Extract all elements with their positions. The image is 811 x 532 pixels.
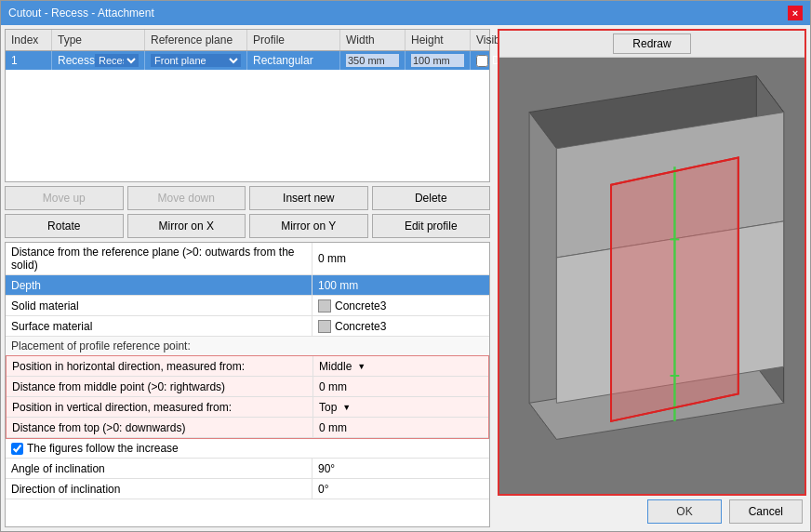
prop-value-inclination-angle[interactable]: 90° <box>312 459 489 478</box>
svg-marker-1 <box>529 113 556 440</box>
prop-label-surface-material: Surface material <box>6 316 312 336</box>
cell-index: 1 <box>6 51 52 70</box>
prop-value-middle-dist[interactable]: 0 mm <box>313 377 488 396</box>
prop-label-ref-plane-dist: Distance from the reference plane (>0: o… <box>6 243 312 274</box>
window-title: Cutout - Recess - Attachment <box>8 7 154 20</box>
prop-row-inclination-dir: Direction of inclination 0° <box>6 479 489 499</box>
title-bar: Cutout - Recess - Attachment × <box>1 1 810 25</box>
main-content: Index Type Reference plane Profile Width… <box>1 25 810 531</box>
mirror-x-button[interactable]: Mirror on X <box>127 214 246 238</box>
prop-row-inclination-angle: Angle of inclination 90° <box>6 459 489 479</box>
prop-value-inclination-dir[interactable]: 0° <box>312 479 489 499</box>
delete-button[interactable]: Delete <box>372 186 491 210</box>
prop-row-ref-plane-dist: Distance from the reference plane (>0: o… <box>6 243 489 275</box>
prop-label-solid-material: Solid material <box>6 296 312 315</box>
prop-value-ref-plane-dist[interactable]: 0 mm <box>312 243 489 274</box>
prop-value-depth[interactable]: 100 mm <box>312 275 489 295</box>
move-down-button[interactable]: Move down <box>127 186 246 210</box>
table-empty-area <box>6 70 489 181</box>
prop-row-depth[interactable]: Depth 100 mm <box>6 275 489 296</box>
cell-profile: Rectangular <box>247 51 340 70</box>
refplane-select[interactable]: Front plane <box>151 54 241 67</box>
ok-button[interactable]: OK <box>647 499 721 524</box>
prop-label-inclination-dir: Direction of inclination <box>6 479 312 499</box>
table-header: Index Type Reference plane Profile Width… <box>6 30 489 51</box>
type-select[interactable]: Recess <box>95 54 139 67</box>
prop-row-surface-material: Surface material Concrete3 <box>6 316 489 337</box>
height-input[interactable] <box>411 54 464 67</box>
redraw-button[interactable]: Redraw <box>613 33 690 54</box>
prop-row-middle-dist: Distance from middle point (>0: rightwar… <box>7 377 488 397</box>
redraw-canvas <box>499 58 804 494</box>
left-panel: Index Type Reference plane Profile Width… <box>1 25 494 531</box>
prop-row-top-dist: Distance from top (>0: downwards) 0 mm <box>7 418 488 438</box>
button-row-1: Move up Move down Insert new Delete <box>5 186 490 210</box>
cell-width[interactable] <box>340 51 406 70</box>
bottom-row: OK Cancel <box>498 496 806 527</box>
redraw-header-bar: Redraw <box>499 31 804 58</box>
button-row-2: Rotate Mirror on X Mirror on Y Edit prof… <box>5 214 490 238</box>
cell-refplane[interactable]: Front plane <box>145 51 247 70</box>
insert-new-button[interactable]: Insert new <box>249 186 368 210</box>
vert-dropdown-arrow: ▼ <box>342 403 351 412</box>
prop-label-top-dist: Distance from top (>0: downwards) <box>7 418 313 437</box>
prop-value-solid-material[interactable]: Concrete3 <box>312 296 489 315</box>
prop-row-horiz-direction: Position in horizontal direction, measur… <box>7 356 488 377</box>
prop-row-vert-direction: Position in vertical direction, measured… <box>7 397 488 418</box>
prop-section-header: Placement of profile reference point: <box>6 337 489 355</box>
table-row[interactable]: 1 Recess Recess Front plane Rectangular <box>6 51 489 70</box>
close-button[interactable]: × <box>788 6 803 20</box>
horiz-dropdown-arrow: ▼ <box>357 362 366 371</box>
prop-label-depth: Depth <box>6 275 312 295</box>
surface-material-swatch <box>318 320 331 333</box>
prop-value-top-dist[interactable]: 0 mm <box>313 418 488 437</box>
main-window: Cutout - Recess - Attachment × Index Typ… <box>0 0 811 532</box>
col-header-index: Index <box>6 30 52 50</box>
edit-profile-button[interactable]: Edit profile <box>372 214 491 238</box>
prop-label-inclination-angle: Angle of inclination <box>6 459 312 478</box>
prop-row-figures-follow[interactable]: The figures follow the increase <box>6 439 489 459</box>
visibility-checkbox[interactable] <box>476 55 488 67</box>
prop-label-horiz-direction: Position in horizontal direction, measur… <box>7 356 313 376</box>
rotate-button[interactable]: Rotate <box>5 214 124 238</box>
mirror-y-button[interactable]: Mirror on Y <box>249 214 368 238</box>
redraw-area: Redraw <box>498 29 806 496</box>
prop-value-surface-material[interactable]: Concrete3 <box>312 316 489 336</box>
highlighted-group: Position in horizontal direction, measur… <box>6 355 489 439</box>
col-header-type: Type <box>52 30 145 50</box>
prop-label-middle-dist: Distance from middle point (>0: rightwar… <box>7 377 313 396</box>
col-header-refplane: Reference plane <box>145 30 247 50</box>
cell-height[interactable] <box>406 51 471 70</box>
col-header-width: Width <box>340 30 406 50</box>
cell-type[interactable]: Recess Recess <box>52 51 145 70</box>
prop-label-vert-direction: Position in vertical direction, measured… <box>7 397 313 417</box>
3d-visualization <box>499 58 804 494</box>
cancel-button[interactable]: Cancel <box>729 499 803 524</box>
properties-panel: Distance from the reference plane (>0: o… <box>5 242 490 527</box>
prop-value-vert-direction[interactable]: Top ▼ <box>313 397 488 417</box>
move-up-button[interactable]: Move up <box>5 186 124 210</box>
width-input[interactable] <box>346 54 399 67</box>
solid-material-swatch <box>318 299 331 313</box>
col-header-height: Height <box>406 30 471 50</box>
right-panel: Redraw <box>494 25 810 531</box>
col-header-profile: Profile <box>247 30 340 50</box>
prop-value-horiz-direction[interactable]: Middle ▼ <box>313 356 488 376</box>
prop-row-solid-material: Solid material Concrete3 <box>6 296 489 316</box>
figures-follow-checkbox[interactable] <box>11 443 23 455</box>
data-table: Index Type Reference plane Profile Width… <box>5 29 490 182</box>
